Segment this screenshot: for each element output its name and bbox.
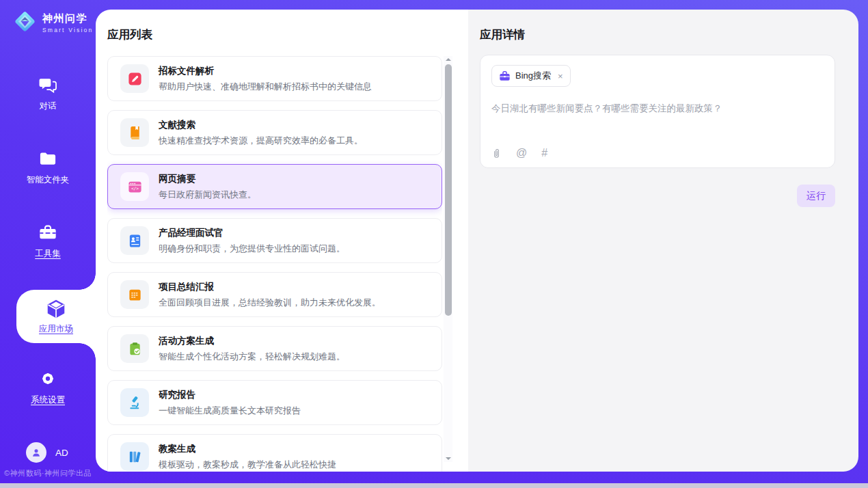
attachment-icon[interactable] [491, 148, 502, 159]
brand-title: 神州问学 [42, 12, 93, 25]
hash-icon[interactable]: # [541, 147, 547, 159]
microscope-icon [120, 388, 149, 417]
briefcase-icon [499, 70, 511, 81]
app-desc: 模板驱动，教案秒成，教学准备从此轻松快捷 [159, 459, 336, 471]
gear-icon [0, 369, 96, 388]
sidebar-item-toolset[interactable]: 工具集 [0, 223, 96, 260]
books-icon [120, 442, 149, 471]
edit-document-icon [120, 64, 149, 93]
brand-subtitle: Smart Vision [42, 27, 93, 33]
browser-code-icon: </> [120, 172, 149, 201]
book-icon [120, 118, 149, 147]
diamond-logo-icon [12, 9, 38, 37]
scroll-down-icon[interactable] [446, 457, 451, 460]
sidebar-item-app-market[interactable]: 应用市场 [16, 290, 96, 343]
sidebar-item-chat[interactable]: 对话 [0, 75, 96, 112]
app-name: 网页摘要 [159, 173, 256, 185]
app-name: 研究报告 [159, 389, 301, 401]
app-card-research-report[interactable]: 研究报告 一键智能生成高质量长文本研究报告 [107, 380, 442, 425]
run-button[interactable]: 运行 [797, 185, 835, 207]
app-card-pm-interviewer[interactable]: 产品经理面试官 明确身份和职责，为您提供专业性的面试问题。 [107, 218, 442, 263]
app-detail-title: 应用详情 [480, 27, 525, 42]
sidebar-item-smart-folder[interactable]: 智能文件夹 [0, 149, 96, 186]
app-desc: 每日政府新闻资讯快查。 [159, 189, 256, 201]
sidebar: 神州问学 Smart Vision 对话 智能文件夹 [0, 0, 96, 483]
sidebar-footer: ©神州数码·神州问学出品 [0, 468, 96, 478]
sidebar-item-label: 智能文件夹 [27, 175, 70, 185]
app-desc: 智能生成个性化活动方案，轻松解决规划难题。 [159, 351, 345, 363]
app-desc: 全面回顾项目进展，总结经验教训，助力未来优化发展。 [159, 297, 381, 309]
app-name: 招标文件解析 [159, 65, 372, 77]
avatar[interactable] [26, 442, 46, 463]
resume-person-icon [120, 226, 149, 255]
main-content: 应用列表 招标文件解析 帮助用户快速、准确地理解和解析招标书中的关键信息 [96, 10, 858, 472]
brand: 神州问学 Smart Vision [12, 9, 93, 37]
cube-icon [45, 298, 67, 320]
app-card-bid-parse[interactable]: 招标文件解析 帮助用户快速、准确地理解和解析招标书中的关键信息 [107, 56, 442, 101]
chat-icon [0, 75, 96, 94]
list-scrollbar[interactable] [444, 56, 452, 462]
prompt-card: Bing搜索 × 今日湖北有哪些新闻要点？有哪些需要关注的最新政策？ @ # [480, 55, 835, 168]
composer-toolbar: @ # [491, 147, 547, 159]
app-desc: 明确身份和职责，为您提供专业性的面试问题。 [159, 243, 345, 255]
app-frame: 神州问学 Smart Vision 对话 智能文件夹 [0, 0, 868, 483]
app-name: 产品经理面试官 [159, 227, 345, 239]
app-desc: 帮助用户快速、准确地理解和解析招标书中的关键信息 [159, 81, 372, 93]
app-list-panel: 应用列表 招标文件解析 帮助用户快速、准确地理解和解析招标书中的关键信息 [96, 10, 468, 472]
app-card-literature-search[interactable]: 文献搜索 快速精准查找学术资源，提高研究效率的必备工具。 [107, 110, 442, 155]
sidebar-item-label: 系统设置 [31, 395, 65, 405]
prompt-input[interactable]: 今日湖北有哪些新闻要点？有哪些需要关注的最新政策？ [491, 102, 824, 116]
sidebar-item-label: 工具集 [35, 249, 61, 258]
app-card-event-plan[interactable]: 活动方案生成 智能生成个性化活动方案，轻松解决规划难题。 [107, 326, 442, 371]
app-card-web-summary[interactable]: </> 网页摘要 每日政府新闻资讯快查。 [107, 164, 442, 209]
app-detail-panel: 应用详情 Bing搜索 × 今日湖北有哪些新闻要点？有哪些需要关注的最新政 [468, 10, 858, 472]
tool-chip-label: Bing搜索 [515, 70, 551, 82]
user-avatar-icon [30, 446, 42, 459]
app-desc: 一键智能生成高质量长文本研究报告 [159, 405, 301, 417]
app-name: 活动方案生成 [159, 335, 345, 347]
sidebar-item-settings[interactable]: 系统设置 [0, 369, 96, 406]
close-icon[interactable]: × [558, 71, 563, 81]
scroll-up-icon[interactable] [446, 58, 451, 61]
clipboard-check-icon [120, 334, 149, 363]
app-card-project-summary[interactable]: 项目总结汇报 全面回顾项目进展，总结经验教训，助力未来优化发展。 [107, 272, 442, 317]
memo-icon [120, 280, 149, 309]
app-name: 项目总结汇报 [159, 281, 381, 293]
sidebar-item-label: 对话 [40, 101, 57, 111]
app-name: 教案生成 [159, 443, 336, 455]
app-desc: 快速精准查找学术资源，提高研究效率的必备工具。 [159, 135, 363, 147]
app-name: 文献搜索 [159, 119, 363, 131]
app-list: 招标文件解析 帮助用户快速、准确地理解和解析招标书中的关键信息 文献搜索 [107, 56, 442, 472]
toolbox-icon [0, 223, 96, 242]
tool-chip-bing-search[interactable]: Bing搜索 × [491, 65, 571, 87]
user-initials: AD [55, 448, 68, 458]
sidebar-item-label: 应用市场 [39, 323, 73, 335]
user-row: AD [26, 442, 68, 463]
folder-icon [0, 149, 96, 168]
app-card-lesson-plan[interactable]: 教案生成 模板驱动，教案秒成，教学准备从此轻松快捷 [107, 434, 442, 472]
app-list-title: 应用列表 [107, 27, 152, 42]
svg-text:</>: </> [131, 186, 138, 191]
mention-icon[interactable]: @ [516, 147, 527, 159]
scrollbar-thumb[interactable] [445, 64, 452, 316]
